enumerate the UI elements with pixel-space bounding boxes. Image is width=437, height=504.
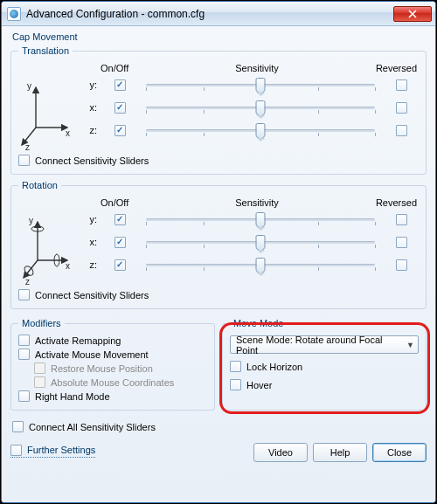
abs-mouse-checkbox	[34, 376, 45, 388]
rotation-row-z: z:	[81, 253, 419, 276]
rotation-z-slider[interactable]	[146, 257, 375, 273]
modifiers-legend: Modifiers	[18, 318, 65, 328]
close-icon	[408, 10, 417, 18]
rotation-header: On/Off Sensitivity Reversed	[81, 194, 419, 208]
translation-x-onoff-checkbox[interactable]	[114, 102, 126, 114]
further-settings-checkbox[interactable]	[10, 445, 22, 456]
axis-label: x:	[81, 102, 97, 113]
connect-all-checkbox[interactable]	[12, 421, 24, 432]
header-rev: Reversed	[366, 63, 419, 73]
move-mode-legend: Move Mode	[230, 318, 287, 328]
translation-y-reversed-checkbox[interactable]	[396, 79, 407, 91]
svg-text:z: z	[25, 277, 30, 287]
hover-label: Hover	[246, 380, 272, 390]
translation-header: On/Off Sensitivity Reversed	[81, 59, 419, 73]
rotation-connect-row: Connect Sensitivity Sliders	[18, 289, 419, 300]
rotation-z-reversed-checkbox[interactable]	[396, 259, 407, 271]
axis-label: z:	[81, 259, 97, 270]
rotation-connect-checkbox[interactable]	[18, 289, 30, 300]
modifiers-group: Modifiers Activate Remapping Activate Mo…	[10, 318, 215, 411]
client-area: Cap Movement Translation y x z	[2, 26, 435, 502]
svg-text:y: y	[27, 81, 31, 91]
rotation-legend: Rotation	[18, 180, 61, 190]
cap-movement-title: Cap Movement	[12, 31, 427, 42]
rotation-x-onoff-checkbox[interactable]	[114, 237, 126, 248]
rotation-y-slider[interactable]	[146, 211, 375, 227]
dialog-buttons: Video Help Close	[253, 443, 427, 462]
translation-connect-label: Connect Sensitivity Sliders	[35, 155, 149, 166]
svg-text:z: z	[25, 142, 30, 152]
rotation-row-y: y:	[81, 208, 419, 231]
hover-checkbox[interactable]	[230, 379, 241, 390]
axis-label: z:	[81, 125, 97, 135]
rotation-x-slider[interactable]	[146, 234, 375, 250]
translation-group: Translation y x z On/Off Sensitiv	[10, 45, 427, 175]
translation-z-slider[interactable]	[146, 122, 375, 138]
dialog-window: Advanced Configuration - common.cfg Cap …	[1, 1, 436, 503]
move-mode-dropdown[interactable]: Scene Mode: Rotate around Focal Point ▼	[230, 335, 419, 354]
right-hand-label: Right Hand Mode	[35, 391, 110, 402]
translation-y-slider[interactable]	[146, 77, 375, 93]
rotation-y-reversed-checkbox[interactable]	[396, 214, 407, 225]
connect-all-label: Connect All Sensitivity Sliders	[29, 422, 156, 432]
axis-label: x:	[81, 237, 97, 247]
further-settings-link[interactable]: Further Settings	[10, 445, 95, 458]
lock-horizon-checkbox[interactable]	[230, 361, 241, 372]
restore-mouse-checkbox	[34, 362, 45, 374]
rotation-row-x: x:	[81, 231, 419, 253]
titlebar: Advanced Configuration - common.cfg	[2, 2, 435, 26]
axis-label: y:	[81, 79, 97, 90]
rotation-z-onoff-checkbox[interactable]	[114, 259, 126, 271]
move-mode-group: Move Mode Scene Mode: Rotate around Foca…	[222, 318, 427, 411]
header-onoff: On/Off	[101, 63, 148, 73]
translation-row-z: z:	[81, 119, 419, 142]
window-close-button[interactable]	[393, 6, 432, 22]
activate-mouse-label: Activate Mouse Movement	[35, 349, 149, 360]
lock-horizon-label: Lock Horizon	[246, 362, 302, 372]
svg-text:x: x	[66, 261, 70, 271]
svg-text:x: x	[66, 128, 70, 138]
rotation-axes-icon: y x z	[18, 210, 74, 287]
translation-z-onoff-checkbox[interactable]	[114, 125, 126, 136]
video-button[interactable]: Video	[253, 443, 308, 462]
restore-mouse-label: Restore Mouse Position	[51, 363, 153, 374]
move-mode-selected: Scene Mode: Rotate around Focal Point	[236, 335, 406, 356]
translation-x-reversed-checkbox[interactable]	[396, 102, 407, 114]
translation-legend: Translation	[18, 45, 73, 56]
help-button[interactable]: Help	[313, 443, 367, 462]
chevron-down-icon: ▼	[406, 341, 414, 349]
rotation-y-onoff-checkbox[interactable]	[114, 214, 126, 225]
activate-remapping-label: Activate Remapping	[35, 335, 121, 346]
translation-x-slider[interactable]	[146, 100, 375, 115]
rotation-x-reversed-checkbox[interactable]	[396, 237, 407, 248]
close-button[interactable]: Close	[372, 443, 427, 462]
header-sens: Sensitivity	[148, 63, 366, 73]
header-onoff: On/Off	[101, 197, 148, 208]
activate-remapping-checkbox[interactable]	[18, 335, 30, 346]
header-rev: Reversed	[366, 197, 419, 208]
abs-mouse-label: Absolute Mouse Coordinates	[51, 377, 174, 388]
window-title: Advanced Configuration - common.cfg	[26, 8, 393, 20]
translation-row-x: x:	[81, 96, 419, 119]
rotation-group: Rotation y x z	[10, 180, 427, 309]
translation-axes-icon: y x z	[18, 75, 74, 152]
translation-z-reversed-checkbox[interactable]	[396, 125, 407, 136]
header-sens: Sensitivity	[148, 197, 366, 208]
translation-y-onoff-checkbox[interactable]	[114, 79, 126, 91]
rotation-connect-label: Connect Sensitivity Sliders	[35, 290, 149, 300]
right-hand-checkbox[interactable]	[18, 390, 30, 402]
translation-row-y: y:	[81, 73, 419, 96]
svg-text:y: y	[29, 216, 33, 225]
axis-label: y:	[81, 214, 97, 224]
translation-connect-row: Connect Sensitivity Sliders	[18, 155, 419, 166]
activate-mouse-checkbox[interactable]	[18, 349, 30, 360]
translation-connect-checkbox[interactable]	[18, 155, 30, 166]
app-icon	[7, 7, 21, 21]
further-settings-label: Further Settings	[27, 445, 95, 455]
